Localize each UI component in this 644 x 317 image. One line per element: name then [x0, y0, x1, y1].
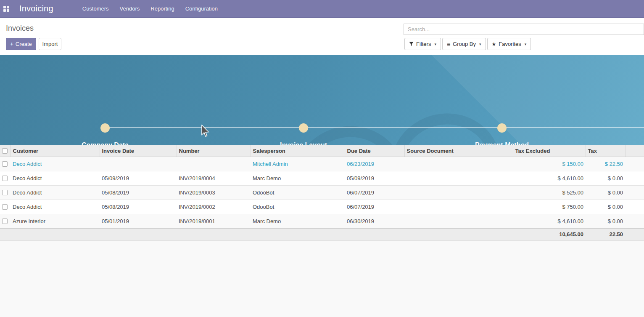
- filter-icon: [409, 42, 414, 46]
- navbar-menu: Customers Vendors Reporting Configuratio…: [77, 0, 223, 17]
- page-title: Invoices: [6, 24, 34, 33]
- cell-source-document[interactable]: [404, 185, 513, 200]
- onboarding-step-company-data: Company Data Set your company's data for…: [53, 123, 158, 145]
- cell-source-document[interactable]: [404, 200, 513, 214]
- cell-invoice-date[interactable]: 05/01/2019: [100, 214, 177, 228]
- cell-salesperson[interactable]: OdooBot: [251, 185, 345, 200]
- cell-tax[interactable]: $ 0.00: [586, 200, 625, 214]
- cell-number[interactable]: INV/2019/0002: [177, 200, 251, 214]
- step-dot-icon: [100, 123, 110, 133]
- group-by-button[interactable]: ≡ Group By ▾: [442, 38, 486, 50]
- group-by-button-label: Group By: [453, 41, 476, 47]
- table-row[interactable]: Deco Addict 05/09/2019 INV/2019/0004 Mar…: [0, 171, 644, 185]
- cell-salesperson[interactable]: OdooBot: [251, 200, 345, 214]
- favorites-button-label: Favorites: [499, 41, 521, 47]
- cell-due-date[interactable]: 06/07/2019: [345, 185, 404, 200]
- filters-button-label: Filters: [416, 41, 431, 47]
- chevron-down-icon: ▾: [434, 42, 436, 46]
- column-header-tax[interactable]: Tax: [586, 145, 625, 157]
- cell-invoice-date[interactable]: [100, 157, 177, 171]
- cell-salesperson[interactable]: Marc Demo: [251, 171, 345, 185]
- favorites-button[interactable]: ★ Favorites ▾: [487, 38, 531, 50]
- onboarding-progress-line: [105, 127, 644, 128]
- cell-source-document[interactable]: [404, 171, 513, 185]
- column-header-salesperson[interactable]: Salesperson: [251, 145, 345, 157]
- row-checkbox[interactable]: [2, 161, 8, 167]
- apps-menu-icon[interactable]: [3, 6, 9, 12]
- cell-customer[interactable]: Deco Addict: [11, 185, 100, 200]
- table-row[interactable]: Azure Interior 05/01/2019 INV/2019/0001 …: [0, 214, 644, 228]
- column-header-number[interactable]: Number: [177, 145, 251, 157]
- search-input[interactable]: [404, 24, 644, 35]
- menu-configuration[interactable]: Configuration: [180, 0, 223, 18]
- row-checkbox[interactable]: [2, 190, 8, 195]
- cell-number[interactable]: INV/2019/0004: [177, 171, 251, 185]
- table-header-row: Customer Invoice Date Number Salesperson…: [0, 145, 644, 157]
- select-all-checkbox[interactable]: [2, 148, 8, 154]
- menu-customers[interactable]: Customers: [77, 0, 114, 18]
- create-button[interactable]: + Create: [6, 38, 36, 50]
- cell-due-date[interactable]: 05/09/2019: [345, 171, 404, 185]
- cell-tax-excluded[interactable]: $ 4,610.00: [513, 214, 586, 228]
- invoicing-app-screen: Invoicing Customers Vendors Reporting Co…: [0, 0, 644, 317]
- cell-tax-excluded[interactable]: $ 150.00: [513, 157, 586, 171]
- cell-tax-excluded[interactable]: $ 4,610.00: [513, 171, 586, 185]
- menu-reporting[interactable]: Reporting: [145, 0, 179, 18]
- step-dot-icon: [497, 123, 507, 133]
- column-header-source-document[interactable]: Source Document: [404, 145, 513, 157]
- cell-source-document[interactable]: [404, 214, 513, 228]
- cell-invoice-date[interactable]: 05/08/2019: [100, 185, 177, 200]
- cell-tax[interactable]: $ 0.00: [586, 171, 625, 185]
- cell-salesperson[interactable]: Marc Demo: [251, 214, 345, 228]
- create-button-label: Create: [16, 41, 32, 47]
- cell-invoice-date[interactable]: 05/08/2019: [100, 200, 177, 214]
- cell-tax-excluded[interactable]: $ 750.00: [513, 200, 586, 214]
- cell-customer[interactable]: Azure Interior: [11, 214, 100, 228]
- app-title[interactable]: Invoicing: [19, 4, 53, 13]
- cell-invoice-date[interactable]: 05/09/2019: [100, 171, 177, 185]
- onboarding-step-payment-method: Payment Method Configure your payment me…: [449, 123, 554, 145]
- cell-tax[interactable]: $ 22.50: [586, 157, 625, 171]
- cell-number[interactable]: INV/2019/0003: [177, 185, 251, 200]
- cell-number[interactable]: [177, 157, 251, 171]
- cell-due-date[interactable]: 06/30/2019: [345, 214, 404, 228]
- cell-tax[interactable]: $ 0.00: [586, 185, 625, 200]
- onboarding-step-invoice-layout: Invoice Layout Customize the look of you…: [251, 123, 356, 145]
- onboarding-banner: Company Data Set your company's data for…: [0, 55, 644, 145]
- group-by-icon: ≡: [447, 41, 450, 48]
- invoices-table: Customer Invoice Date Number Salesperson…: [0, 145, 644, 241]
- column-header-tax-excluded[interactable]: Tax Excluded: [513, 145, 586, 157]
- table-row[interactable]: Deco Addict Mitchell Admin 06/23/2019 $ …: [0, 157, 644, 171]
- cell-customer[interactable]: Deco Addict: [11, 157, 100, 171]
- cell-due-date[interactable]: 06/23/2019: [345, 157, 404, 171]
- filters-button[interactable]: Filters ▾: [404, 38, 441, 50]
- cell-source-document[interactable]: [404, 157, 513, 171]
- step-dot-icon: [299, 123, 308, 133]
- import-button-label: Import: [42, 41, 58, 47]
- cell-due-date[interactable]: 06/07/2019: [345, 200, 404, 214]
- cell-customer[interactable]: Deco Addict: [11, 171, 100, 185]
- table-row[interactable]: Deco Addict 05/08/2019 INV/2019/0003 Odo…: [0, 185, 644, 200]
- select-all-cell: [0, 145, 11, 157]
- menu-vendors[interactable]: Vendors: [114, 0, 145, 18]
- top-navbar: Invoicing Customers Vendors Reporting Co…: [0, 0, 644, 18]
- table-row[interactable]: Deco Addict 05/08/2019 INV/2019/0002 Odo…: [0, 200, 644, 214]
- row-checkbox[interactable]: [2, 176, 8, 181]
- row-checkbox[interactable]: [2, 204, 8, 210]
- cell-tax-excluded[interactable]: $ 525.00: [513, 185, 586, 200]
- chevron-down-icon: ▾: [525, 42, 527, 46]
- cell-salesperson[interactable]: Mitchell Admin: [251, 157, 345, 171]
- star-icon: ★: [492, 41, 496, 47]
- total-tax: 22.50: [586, 228, 625, 240]
- cell-number[interactable]: INV/2019/0001: [177, 214, 251, 228]
- import-button[interactable]: Import: [39, 38, 61, 50]
- column-header-due-date[interactable]: Due Date: [345, 145, 404, 157]
- cell-customer[interactable]: Deco Addict: [11, 200, 100, 214]
- column-header-customer[interactable]: Customer: [11, 145, 100, 157]
- totals-row: 10,645.00 22.50: [0, 228, 644, 240]
- step-title: Company Data: [53, 141, 158, 145]
- row-checkbox[interactable]: [2, 218, 8, 224]
- search-box: [404, 24, 644, 35]
- cell-tax[interactable]: $ 0.00: [586, 214, 625, 228]
- column-header-invoice-date[interactable]: Invoice Date: [100, 145, 177, 157]
